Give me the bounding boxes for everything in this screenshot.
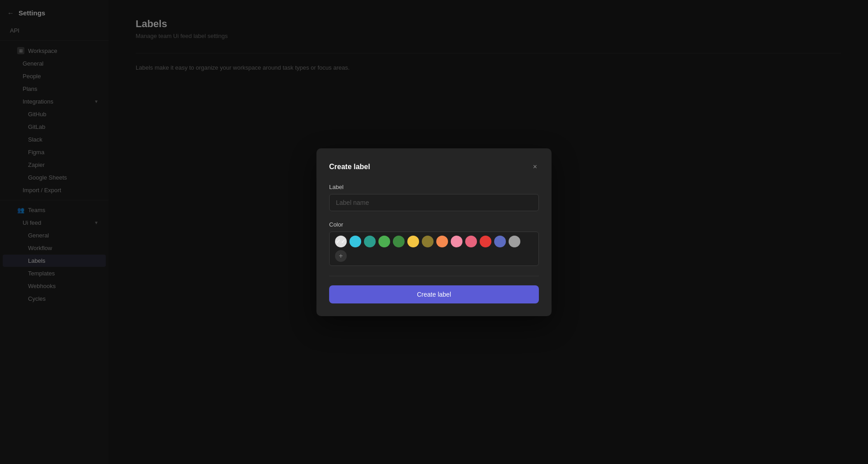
color-swatch-green-light[interactable] [378,236,390,247]
color-swatch-green[interactable] [393,236,405,247]
create-label-modal: Create label × Label Color ✓+ Create lab… [316,148,552,316]
color-picker: ✓+ [329,232,539,266]
modal-close-button[interactable]: × [531,161,539,173]
color-swatch-yellow[interactable] [407,236,419,247]
color-swatch-teal[interactable] [364,236,376,247]
label-field-label: Label [329,184,539,190]
color-field-label: Color [329,221,539,228]
color-swatch-blue[interactable] [494,236,506,247]
modal-divider [329,276,539,276]
color-swatch-pink[interactable] [451,236,462,247]
label-form-section: Label [329,184,539,211]
color-swatch-white[interactable]: ✓ [335,236,347,247]
label-name-input[interactable] [329,194,539,211]
color-swatch-cyan[interactable] [349,236,361,247]
modal-overlay[interactable]: Create label × Label Color ✓+ Create lab… [0,0,868,464]
color-swatch-red[interactable] [480,236,491,247]
color-swatch-gray[interactable] [509,236,520,247]
modal-header: Create label × [329,161,539,173]
color-swatch-olive[interactable] [422,236,434,247]
create-label-button[interactable]: Create label [329,285,539,303]
color-swatch-rose[interactable] [465,236,477,247]
color-swatch-orange[interactable] [436,236,448,247]
modal-title: Create label [329,163,370,171]
add-color-button[interactable]: + [335,250,347,262]
color-form-section: Color ✓+ [329,221,539,266]
